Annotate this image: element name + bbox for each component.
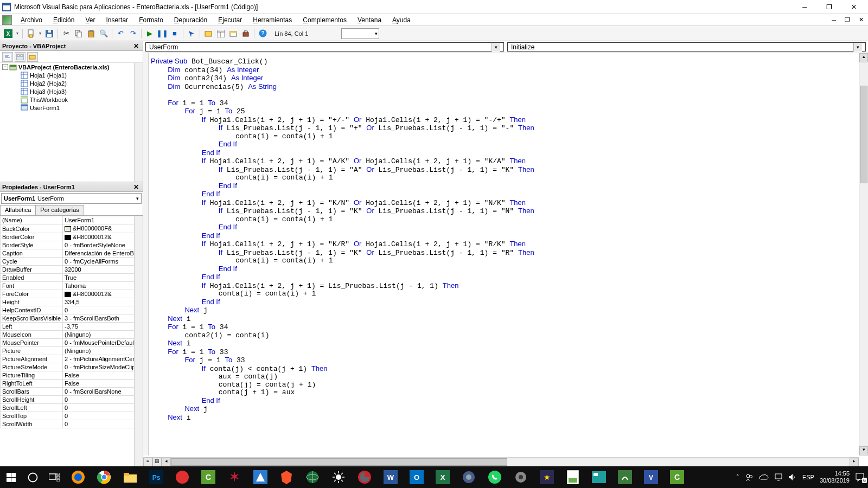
insert-dropdown[interactable] bbox=[25, 28, 37, 40]
menu-edición[interactable]: Edición bbox=[48, 15, 80, 25]
code-editor[interactable]: Private Sub Bot_Buscar_Click() Dim conta… bbox=[143, 53, 868, 466]
scroll-up-button[interactable]: ▴ bbox=[859, 53, 868, 62]
tab-categorized[interactable]: Por categorías bbox=[35, 205, 84, 215]
prop-value[interactable]: 0 bbox=[63, 412, 143, 420]
prop-value[interactable]: 0 - fmMousePointerDefault bbox=[63, 339, 143, 347]
taskbar-firefox[interactable] bbox=[65, 466, 91, 488]
procedure-combo[interactable]: Initialize▾ bbox=[507, 42, 866, 52]
scroll-right-button[interactable]: ▸ bbox=[850, 458, 859, 466]
paste-button[interactable] bbox=[85, 28, 97, 40]
taskbar-camtasia[interactable]: C bbox=[195, 466, 221, 488]
prop-value[interactable]: &H8000000F&▾ bbox=[63, 224, 143, 233]
taskbar-excel[interactable]: X bbox=[430, 466, 456, 488]
tray-volume-icon[interactable] bbox=[788, 473, 797, 481]
design-mode-button[interactable] bbox=[186, 28, 197, 40]
collapse-icon[interactable]: − bbox=[2, 64, 8, 70]
prop-value[interactable]: 0 bbox=[63, 420, 143, 428]
properties-grid[interactable]: (Name)UserForm1BackColor&H8000000F&▾Bord… bbox=[0, 216, 143, 466]
reset-button[interactable]: ■ bbox=[169, 28, 181, 40]
menu-insertar[interactable]: Insertar bbox=[100, 15, 133, 25]
taskbar-app-purple[interactable] bbox=[456, 466, 482, 488]
prop-value[interactable]: 0 bbox=[63, 306, 143, 314]
prop-value[interactable]: (Ninguno) bbox=[63, 331, 143, 339]
toggle-folders-button[interactable] bbox=[27, 52, 38, 62]
prop-value[interactable]: 32000 bbox=[63, 266, 143, 274]
horizontal-scroll-thumb[interactable] bbox=[171, 458, 507, 466]
object-combo[interactable]: UserForm▾ bbox=[145, 42, 504, 52]
break-button[interactable]: ❚❚ bbox=[156, 28, 168, 40]
tray-overflow-button[interactable]: ˄ bbox=[736, 474, 739, 481]
tray-people-icon[interactable] bbox=[745, 473, 754, 481]
prop-value[interactable]: Tahoma bbox=[63, 282, 143, 290]
tree-item[interactable]: Hoja2 (Hoja2) bbox=[0, 79, 143, 87]
menu-complementos[interactable]: Complementos bbox=[297, 15, 352, 25]
view-object-button[interactable] bbox=[15, 52, 25, 62]
procedure-view-button[interactable]: ≡ bbox=[143, 458, 152, 466]
taskbar-app-stars[interactable]: ★ bbox=[534, 466, 560, 488]
menu-herramientas[interactable]: Herramientas bbox=[247, 15, 297, 25]
prop-value[interactable]: 0 - fmScrollBarsNone bbox=[63, 388, 143, 396]
task-view-button[interactable] bbox=[43, 466, 65, 488]
code-text[interactable]: Private Sub Bot_Buscar_Click() Dim conta… bbox=[151, 57, 534, 422]
start-button[interactable] bbox=[0, 466, 22, 488]
maximize-button[interactable]: ❐ bbox=[817, 0, 841, 14]
prop-value[interactable]: UserForm1 bbox=[63, 216, 143, 224]
prop-value[interactable]: (Ninguno) bbox=[63, 347, 143, 355]
taskbar-acronis[interactable] bbox=[247, 466, 273, 488]
taskbar-photoshop[interactable]: Ps bbox=[143, 466, 169, 488]
object-browser-button[interactable] bbox=[227, 28, 239, 40]
prop-value[interactable]: 0 - fmCycleAllForms bbox=[63, 258, 143, 266]
scroll-down-button[interactable]: ▾ bbox=[859, 446, 868, 455]
project-root[interactable]: VBAProject (EnteroBacteria.xls) bbox=[18, 64, 110, 70]
tray-onedrive-icon[interactable] bbox=[759, 474, 769, 480]
vertical-scrollbar[interactable]: ▴ ▾ bbox=[859, 53, 868, 455]
prop-value[interactable]: &H80000012& bbox=[63, 290, 143, 298]
taskbar-brave[interactable] bbox=[273, 466, 299, 488]
prop-value[interactable]: 2 - fmPictureAlignmentCenter bbox=[63, 355, 143, 363]
taskbar-app-gear[interactable] bbox=[508, 466, 534, 488]
menu-ventana[interactable]: Ventana bbox=[352, 15, 387, 25]
taskbar-app-vx[interactable]: V bbox=[638, 466, 664, 488]
view-excel-button[interactable]: X bbox=[2, 28, 14, 40]
project-tree[interactable]: − VBAProject (EnteroBacteria.xls) Hoja1 … bbox=[0, 63, 143, 182]
tree-item[interactable]: UserForm1 bbox=[0, 104, 143, 112]
tree-item[interactable]: Hoja1 (Hoja1) bbox=[0, 71, 143, 79]
prop-value[interactable]: -3,75 bbox=[63, 323, 143, 331]
project-scrollbar[interactable] bbox=[134, 63, 143, 182]
taskbar-globe[interactable] bbox=[299, 466, 326, 488]
taskbar-app-teal[interactable] bbox=[586, 466, 612, 488]
prop-value[interactable]: 0 - fmPictureSizeModeClip bbox=[63, 363, 143, 371]
menu-ayuda[interactable]: Ayuda bbox=[387, 15, 416, 25]
properties-panel-close[interactable]: ✕ bbox=[132, 183, 141, 191]
toolbox-button[interactable] bbox=[240, 28, 252, 40]
taskbar-whatsapp[interactable] bbox=[482, 466, 508, 488]
prop-value[interactable]: False bbox=[63, 371, 143, 380]
prop-value[interactable]: 0 bbox=[63, 404, 143, 412]
view-excel-dropdown[interactable]: ▾ bbox=[15, 28, 20, 40]
vertical-scroll-thumb[interactable] bbox=[860, 86, 867, 183]
tray-network-icon[interactable] bbox=[774, 473, 783, 481]
menu-ver[interactable]: Ver bbox=[80, 15, 100, 25]
prop-value[interactable]: 334,5 bbox=[63, 298, 143, 306]
cortana-button[interactable] bbox=[22, 466, 43, 488]
taskbar-ccleaner[interactable] bbox=[352, 466, 378, 488]
properties-window-button[interactable] bbox=[215, 28, 227, 40]
mdi-close-button[interactable]: ✕ bbox=[854, 16, 868, 23]
view-code-button[interactable] bbox=[2, 52, 13, 62]
properties-object-selector[interactable]: UserForm1 UserForm ▾ bbox=[1, 193, 142, 204]
undo-button[interactable]: ↶ bbox=[114, 28, 126, 40]
minimize-button[interactable]: ─ bbox=[793, 0, 817, 14]
taskbar-app-green2[interactable] bbox=[612, 466, 638, 488]
menu-formato[interactable]: Formato bbox=[133, 15, 169, 25]
project-panel-close[interactable]: ✕ bbox=[132, 42, 141, 50]
mdi-restore-button[interactable]: ❐ bbox=[840, 16, 854, 23]
taskbar-chrome[interactable] bbox=[91, 466, 117, 488]
tray-clock[interactable]: 14:55 30/08/2019 bbox=[820, 470, 850, 484]
scroll-left-button[interactable]: ◂ bbox=[162, 458, 171, 466]
taskbar-app-red[interactable] bbox=[169, 466, 195, 488]
taskbar-camtasia2[interactable]: C bbox=[664, 466, 690, 488]
prop-value[interactable]: &H80000012& bbox=[63, 233, 143, 241]
project-explorer-button[interactable] bbox=[202, 28, 214, 40]
prop-value[interactable]: 3 - fmScrollBarsBoth bbox=[63, 314, 143, 323]
save-button[interactable] bbox=[43, 28, 55, 40]
